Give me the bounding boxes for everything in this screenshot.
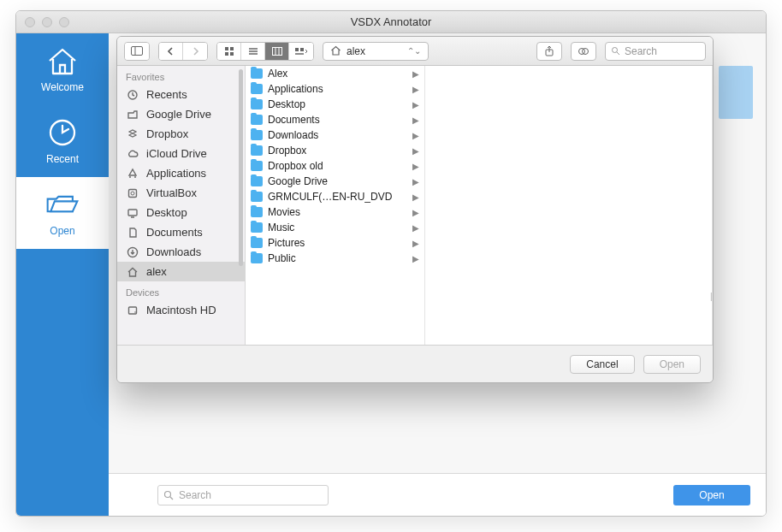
file-row-label: Desktop (268, 98, 305, 110)
sidebar-item-welcome[interactable]: Welcome (16, 33, 109, 105)
column-resize-handle[interactable]: || (709, 286, 714, 306)
file-row[interactable]: Applications▶ (246, 81, 424, 97)
folder-icon (251, 207, 263, 217)
file-row-label: Public (268, 252, 296, 264)
bottom-bar: Search Open (109, 473, 766, 516)
nav-seg (158, 42, 208, 61)
chevron-right-icon: ▶ (412, 146, 419, 156)
file-row[interactable]: Movies▶ (246, 204, 424, 220)
share-button[interactable] (536, 42, 562, 61)
sidebar-row-virtualbox[interactable]: VirtualBox (117, 183, 245, 203)
dialog-search-input[interactable]: Search (605, 42, 706, 61)
search-input[interactable]: Search (157, 485, 329, 505)
coverflow-view-button[interactable] (289, 43, 313, 60)
view-seg (216, 42, 314, 61)
dialog-open-button[interactable]: Open (643, 355, 701, 374)
sidebar-row-label: Dropbox (146, 127, 188, 140)
disk-icon (126, 186, 139, 200)
svg-rect-31 (129, 307, 137, 314)
svg-rect-15 (295, 48, 299, 51)
forward-button[interactable] (183, 43, 207, 60)
sidebar-scrollbar[interactable] (239, 69, 243, 266)
file-row[interactable]: Dropbox▶ (246, 143, 424, 158)
svg-rect-3 (132, 47, 143, 56)
hdd-icon (126, 304, 139, 317)
list-view-button[interactable] (241, 43, 265, 60)
file-row[interactable]: Google Drive▶ (246, 174, 424, 189)
documents-icon (126, 226, 139, 239)
svg-point-25 (134, 176, 136, 178)
search-placeholder: Search (179, 489, 211, 501)
sidebar-row-macintosh-hd[interactable]: Macintosh HD (117, 300, 245, 320)
file-row[interactable]: Public▶ (246, 251, 424, 266)
file-row-label: Alex (268, 68, 287, 80)
sidebar-row-label: Documents (146, 226, 203, 239)
file-row[interactable]: Documents▶ (246, 112, 424, 127)
file-row[interactable]: Desktop▶ (246, 97, 424, 112)
sidebar-row-label: Applications (146, 167, 206, 180)
sidebar-row-alex[interactable]: alex (117, 262, 245, 281)
gdrive-icon (126, 108, 139, 121)
svg-point-27 (131, 192, 134, 195)
file-row-label: Pictures (268, 237, 305, 249)
house-icon (330, 45, 341, 56)
path-popup[interactable]: alex ⌃⌄ (323, 42, 429, 61)
sidebar-row-documents[interactable]: Documents (117, 222, 245, 242)
sidebar-row-label: Desktop (146, 206, 187, 219)
sidebar-row-recents[interactable]: Recents (117, 85, 245, 104)
svg-rect-8 (230, 52, 234, 56)
dialog-footer: Cancel Open (117, 345, 713, 382)
file-row-label: Documents (268, 114, 320, 126)
sidebar-group-favorites: Favorites (117, 66, 245, 85)
sidebar-row-dropbox[interactable]: Dropbox (117, 124, 245, 144)
svg-rect-26 (129, 189, 137, 197)
search-icon (611, 46, 620, 56)
file-row-label: Google Drive (268, 175, 328, 187)
folder-icon (251, 238, 263, 248)
tags-button[interactable] (571, 42, 596, 61)
svg-rect-16 (300, 48, 304, 51)
svg-rect-6 (230, 47, 234, 50)
file-row[interactable]: Dropbox old▶ (246, 158, 424, 174)
chevron-updown-icon: ⌃⌄ (407, 46, 421, 56)
icon-view-button[interactable] (217, 43, 241, 60)
dialog-body: Favorites RecentsGoogle DriveDropboxiClo… (117, 66, 713, 345)
file-row[interactable]: Alex▶ (246, 66, 424, 81)
app-sidebar: Welcome Recent Open (16, 33, 109, 516)
sidebar-row-icloud-drive[interactable]: iCloud Drive (117, 144, 245, 163)
sidebar-item-open[interactable]: Open (16, 177, 109, 249)
sidebar-row-downloads[interactable]: Downloads (117, 242, 245, 262)
file-row-label: GRMCULF(…EN-RU_DVD (268, 191, 392, 203)
cancel-button[interactable]: Cancel (570, 355, 634, 374)
file-column-1: Alex▶Applications▶Desktop▶Documents▶Down… (246, 66, 425, 345)
file-row[interactable]: Downloads▶ (246, 127, 424, 143)
open-button[interactable]: Open (673, 485, 750, 505)
folder-icon (251, 161, 263, 171)
file-row-label: Music (268, 222, 294, 233)
svg-line-2 (170, 497, 173, 499)
sidebar-row-applications[interactable]: Applications (117, 163, 245, 183)
folder-icon (251, 68, 263, 79)
file-row-label: Dropbox old (268, 160, 323, 172)
back-button[interactable] (159, 43, 183, 60)
file-row-label: Dropbox (268, 145, 306, 157)
path-label: alex (347, 45, 365, 57)
column-view-button[interactable] (265, 43, 289, 60)
downloads-icon (126, 245, 139, 259)
dropbox-icon (126, 127, 139, 141)
svg-line-22 (617, 52, 619, 55)
sidebar-row-google-drive[interactable]: Google Drive (117, 104, 245, 124)
file-row[interactable]: GRMCULF(…EN-RU_DVD▶ (246, 189, 424, 204)
svg-point-24 (129, 176, 131, 178)
chevron-right-icon: ▶ (412, 192, 419, 202)
sidebar-row-desktop[interactable]: Desktop (117, 203, 245, 222)
sidebar-row-label: Macintosh HD (146, 304, 216, 316)
sidebar-row-label: Google Drive (146, 108, 211, 121)
chevron-right-icon: ▶ (412, 177, 419, 186)
file-row[interactable]: Music▶ (246, 220, 424, 235)
sidebar-item-recent[interactable]: Recent (16, 105, 109, 177)
sidebar-toggle-button[interactable] (125, 43, 149, 60)
folder-icon (251, 176, 263, 186)
folder-open-icon (44, 189, 80, 220)
file-row[interactable]: Pictures▶ (246, 235, 424, 251)
